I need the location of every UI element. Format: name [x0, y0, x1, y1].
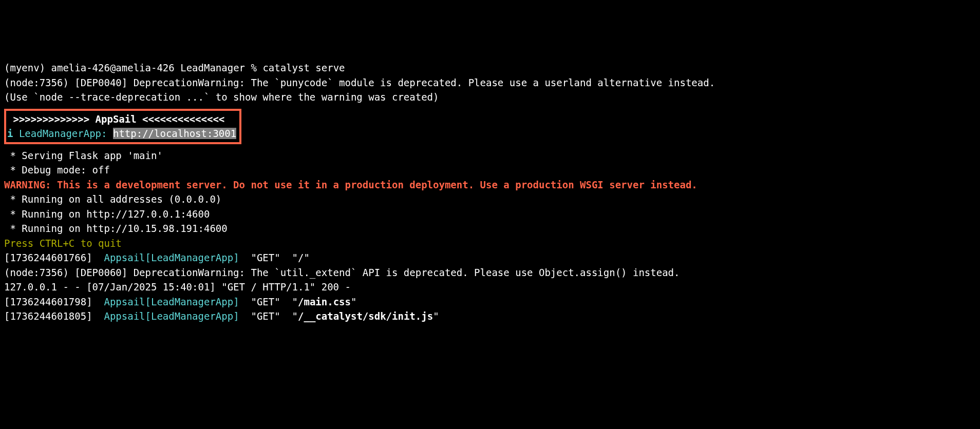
flask-debug: * Debug mode: off [4, 164, 110, 176]
info-icon: i [7, 128, 13, 139]
trace-hint: (Use `node --trace-deprecation ...` to s… [4, 91, 439, 103]
access-log: 127.0.0.1 - - [07/Jan/2025 15:40:01] "GE… [4, 281, 351, 292]
deprecation-warning-2: (node:7356) [DEP0060] DeprecationWarning… [4, 267, 680, 278]
shell-prompt: (myenv) amelia-426@amelia-426 LeadManage… [4, 62, 345, 73]
deprecation-warning-1: (node:7356) [DEP0040] DeprecationWarning… [4, 77, 715, 88]
log-line: [1736244601798] Appsail[LeadManagerApp] … [4, 296, 356, 307]
appsail-banner: >>>>>>>>>>>>> AppSail <<<<<<<<<<<<<< [7, 113, 224, 125]
app-name-label: LeadManagerApp: [19, 128, 107, 139]
running-lan: * Running on http://10.15.98.191:4600 [4, 223, 228, 234]
running-local: * Running on http://127.0.0.1:4600 [4, 208, 210, 220]
appsail-highlight-box: >>>>>>>>>>>>> AppSail <<<<<<<<<<<<<< i L… [4, 109, 241, 144]
flask-serving: * Serving Flask app 'main' [4, 150, 163, 161]
running-all: * Running on all addresses (0.0.0.0) [4, 193, 221, 205]
log-line: [1736244601766] Appsail[LeadManagerApp] … [4, 252, 310, 263]
dev-server-warning: WARNING: This is a development server. D… [4, 179, 698, 190]
log-line: [1736244601805] Appsail[LeadManagerApp] … [4, 310, 439, 322]
terminal-output[interactable]: (myenv) amelia-426@amelia-426 LeadManage… [4, 61, 976, 324]
ctrl-c-hint: Press CTRL+C to quit [4, 238, 122, 249]
localhost-url[interactable]: http://localhost:3001 [113, 128, 236, 139]
